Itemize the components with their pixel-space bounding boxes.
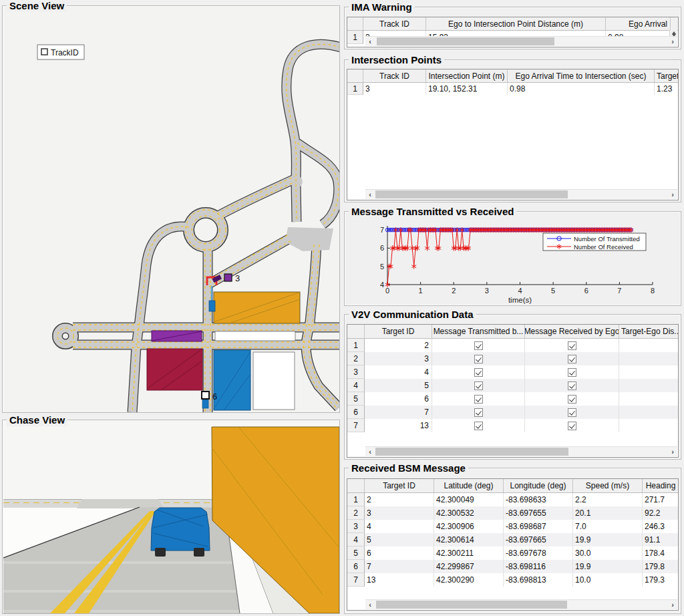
table-cell: 179.8 xyxy=(643,560,679,573)
simulation-window: Scene View xyxy=(0,0,684,616)
row-number: 1 xyxy=(347,31,363,44)
x-tick-label: 3 xyxy=(485,287,489,295)
checkbox-checked[interactable] xyxy=(474,341,483,350)
received-bsm-title: Received BSM Message xyxy=(349,462,468,474)
v2v-communication-title: V2V Communication Data xyxy=(349,308,476,321)
scene-canvas: 3 6 TrackID xyxy=(3,7,339,412)
table-cell: 271.7 xyxy=(643,493,679,506)
row-number: 5 xyxy=(347,392,365,406)
checkbox-checked[interactable] xyxy=(568,422,576,430)
table-cell: -83.697678 xyxy=(504,547,573,560)
column-header: Target-Ego Dis... xyxy=(619,325,679,338)
table-cell xyxy=(432,365,525,379)
column-header: Message Received by Ego xyxy=(525,325,619,338)
wheel-icon xyxy=(155,548,166,557)
row-number: 3 xyxy=(347,365,365,379)
table-row: 12 xyxy=(347,339,678,352)
checkbox-checked[interactable] xyxy=(568,408,576,417)
scene-legend[interactable]: TrackID xyxy=(37,45,84,59)
track6-marker-icon xyxy=(202,392,209,399)
chase-view-title: Chase View xyxy=(7,414,67,426)
table-cell: 5 xyxy=(365,533,434,547)
horizontal-scrollbar[interactable]: ‹ › xyxy=(365,189,677,199)
scrollbar-thumb[interactable] xyxy=(375,190,568,198)
intersection-points-panel: Intersection Points Track IDIntersection… xyxy=(344,59,681,202)
table-cell xyxy=(525,406,619,419)
row-number: 2 xyxy=(347,352,365,365)
checkbox-checked[interactable] xyxy=(474,422,483,430)
y-tick-label: 7 xyxy=(380,226,384,234)
table-cell: -83.697665 xyxy=(504,533,573,547)
message-chart-canvas: 0123456784567time(s)Number Of Transmitte… xyxy=(345,212,681,306)
table-cell: 42.299867 xyxy=(434,560,504,573)
table-cell xyxy=(432,352,525,365)
track6-label: 6 xyxy=(212,392,217,402)
scroll-right-icon: › xyxy=(668,190,677,199)
white-building xyxy=(215,331,295,341)
row-number: 1 xyxy=(347,83,363,95)
scrollbar-thumb[interactable] xyxy=(377,37,554,45)
message-chart-panel: Message Transmitted vs Received 01234567… xyxy=(344,211,681,306)
column-header: Speed (m/s) xyxy=(573,479,643,492)
table-cell: -83.698633 xyxy=(504,493,573,506)
checkbox-checked[interactable] xyxy=(474,395,483,404)
horizontal-scrollbar[interactable]: ‹ › xyxy=(365,446,677,456)
table-cell: 179.3 xyxy=(643,573,679,587)
table-cell xyxy=(619,339,679,352)
checkbox-checked[interactable] xyxy=(474,355,483,363)
scroll-left-icon: ‹ xyxy=(365,600,375,609)
chase-view-panel: Chase View xyxy=(2,420,340,614)
table-row: 3442.300906-83.6986877.0246.3 xyxy=(347,520,678,533)
table-cell: 92.2 xyxy=(643,506,679,520)
chase-canvas xyxy=(3,421,339,613)
legend-entry-label: Number Of Transmitted xyxy=(574,235,640,243)
checkbox-checked[interactable] xyxy=(568,368,576,377)
table-cell xyxy=(432,406,525,419)
row-number: 6 xyxy=(347,560,365,573)
row-number: 6 xyxy=(347,406,365,419)
checkbox-checked[interactable] xyxy=(474,381,483,390)
row-number: 7 xyxy=(347,573,365,587)
table-row: 1319.10, 152.310.981.23 xyxy=(347,83,678,95)
column-header: Ego to Intersection Point Distance (m) xyxy=(426,17,606,30)
table-cell: 246.3 xyxy=(643,520,679,533)
scrollbar-thumb[interactable] xyxy=(375,448,568,456)
table-cell xyxy=(525,339,619,352)
track6-vehicle xyxy=(202,400,208,408)
horizontal-scrollbar[interactable]: ‹ › xyxy=(365,36,677,46)
v2v-communication-table: Target IDMessage Transmitted b...Message… xyxy=(347,324,679,458)
checkbox-checked[interactable] xyxy=(568,355,576,363)
table-cell: 91.1 xyxy=(643,533,679,547)
scroll-left-icon: ‹ xyxy=(365,190,375,199)
row-number: 4 xyxy=(347,379,365,392)
table-cell: 3 xyxy=(365,352,432,365)
table-cell: 10.0 xyxy=(573,573,643,587)
table-cell xyxy=(619,379,679,392)
scrollbar-thumb[interactable] xyxy=(376,601,567,609)
column-header: Ego Arrival Time to Intersection (sec) xyxy=(508,69,655,82)
table-cell: -83.697655 xyxy=(504,506,573,520)
table-cell: 20.1 xyxy=(573,506,643,520)
ima-warning-panel: IMA Warning Track IDEgo to Intersection … xyxy=(344,7,681,49)
checkbox-checked[interactable] xyxy=(568,341,576,350)
column-header: Track ID xyxy=(363,69,426,82)
track3-label: 3 xyxy=(235,273,240,283)
column-header: Target ... xyxy=(655,69,679,82)
table-cell: 6 xyxy=(365,392,432,406)
x-tick-label: 7 xyxy=(617,287,621,295)
legend-entry-label: Number Of Received xyxy=(574,243,633,251)
x-tick-label: 1 xyxy=(419,287,423,295)
y-tick-label: 5 xyxy=(380,263,384,271)
row-number: 5 xyxy=(347,547,365,560)
scroll-left-icon: ‹ xyxy=(365,447,375,456)
checkbox-checked[interactable] xyxy=(568,381,576,390)
table-header-row: Target IDMessage Transmitted b...Message… xyxy=(347,325,678,339)
checkbox-checked[interactable] xyxy=(474,368,483,377)
checkbox-checked[interactable] xyxy=(568,395,576,404)
horizontal-scrollbar[interactable]: ‹ › xyxy=(365,599,677,609)
corner-cell xyxy=(347,17,363,30)
received-bsm-panel: Received BSM Message Target IDLatitude (… xyxy=(344,468,681,614)
column-header: Ego Arrival xyxy=(606,17,671,30)
checkbox-checked[interactable] xyxy=(474,408,483,417)
table-cell xyxy=(525,392,619,406)
